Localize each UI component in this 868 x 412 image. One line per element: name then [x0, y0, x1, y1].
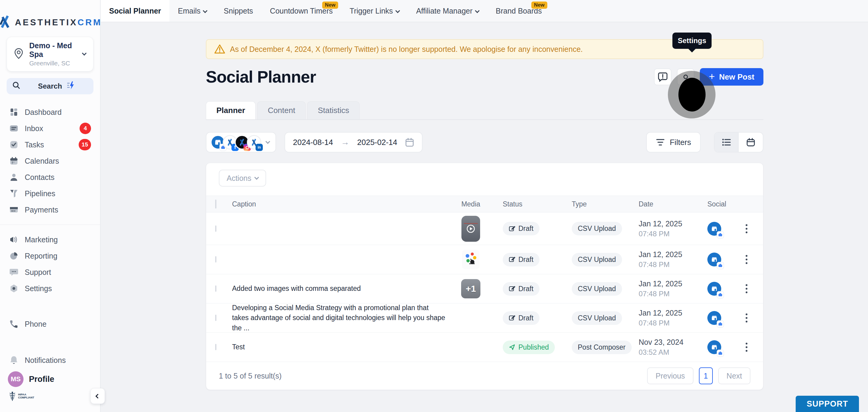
tab-bar: Planner Content Statistics: [206, 101, 764, 120]
image-thumbnail[interactable]: [462, 250, 479, 269]
date-range-picker[interactable]: 2024-08-14 → 2025-02-14: [284, 132, 423, 153]
google-badge-icon: [717, 291, 724, 298]
sidebar-phone-section: Phone: [0, 316, 100, 332]
row-checkbox[interactable]: [215, 285, 216, 292]
support-button[interactable]: SUPPORT: [796, 396, 859, 412]
select-all-checkbox[interactable]: [215, 199, 216, 209]
tasks-icon: [9, 140, 19, 150]
row-menu-button[interactable]: [743, 222, 750, 236]
phone-icon: [9, 319, 19, 329]
multi-image-thumbnail[interactable]: +1: [461, 279, 480, 298]
calendar-view-button[interactable]: [739, 133, 763, 152]
google-badge-icon: [717, 262, 724, 269]
post-caption: Developing a Social Media Strategy with …: [232, 303, 446, 333]
sidebar-item-profile[interactable]: MS Profile: [0, 368, 100, 390]
warning-icon: [214, 44, 225, 54]
tab-content[interactable]: Content: [257, 101, 306, 119]
sidebar-item-dashboard[interactable]: Dashboard: [0, 104, 100, 120]
sidebar-bottom: Notifications MS Profile HIPAACOMPLIANT: [0, 352, 100, 403]
post-date: Jan 12, 202507:48 PM: [624, 250, 691, 269]
table-footer: 1 to 5 of 5 result(s) Previous 1 Next: [206, 362, 763, 390]
row-menu-button[interactable]: [743, 253, 750, 266]
nav-affiliate-manager[interactable]: Affiliate Manager: [408, 0, 487, 22]
nav-trigger-links[interactable]: Trigger Links: [341, 0, 408, 22]
tab-planner[interactable]: Planner: [206, 101, 255, 119]
spotlight-highlight[interactable]: [678, 78, 706, 112]
location-pin-icon: [12, 47, 25, 61]
main-content: As of December 4, 2024, X (formerly Twit…: [101, 22, 868, 412]
row-checkbox[interactable]: [215, 315, 216, 321]
previous-page-button[interactable]: Previous: [647, 368, 693, 384]
sidebar-item-settings[interactable]: Settings: [0, 280, 100, 296]
row-checkbox[interactable]: [215, 225, 216, 232]
chevron-down-icon: [475, 8, 480, 13]
page-number-button[interactable]: 1: [699, 368, 713, 384]
calendar-view-icon: [746, 137, 755, 147]
row-checkbox[interactable]: [215, 256, 216, 262]
sidebar-item-inbox[interactable]: Inbox 4: [0, 120, 100, 136]
row-checkbox[interactable]: [215, 344, 216, 350]
sidebar-item-pipelines[interactable]: Pipelines: [0, 185, 100, 202]
header-caption: Caption: [232, 200, 453, 208]
settings-icon: [9, 284, 19, 293]
video-thumbnail[interactable]: [461, 216, 480, 242]
actions-dropdown[interactable]: Actions: [219, 170, 266, 187]
draft-pencil-icon: [509, 285, 516, 292]
settings-tooltip: Settings: [673, 33, 712, 49]
bell-icon: [9, 355, 19, 365]
row-menu-button[interactable]: [743, 282, 750, 296]
toolbar: f in 2024-08-14 → 2025-02-14: [206, 132, 764, 153]
nav-social-planner[interactable]: Social Planner: [101, 0, 169, 22]
date-to: 2025-02-14: [357, 138, 397, 147]
megaphone-icon: [9, 235, 19, 245]
list-view-button[interactable]: [715, 133, 739, 152]
payments-icon: [9, 205, 19, 215]
row-menu-button[interactable]: [743, 340, 750, 354]
nav-countdown-timers[interactable]: NewCountdown Timers: [261, 0, 341, 22]
hipaa-compliant-badge: HIPAACOMPLIANT: [0, 390, 100, 403]
sidebar-item-phone[interactable]: Phone: [0, 316, 100, 332]
nav-emails[interactable]: Emails: [169, 0, 215, 22]
tab-statistics[interactable]: Statistics: [307, 101, 360, 119]
status-badge: Draft: [503, 311, 539, 325]
table-row: Draft CSV Upload Jan 12, 202507:48 PM: [206, 245, 763, 274]
feedback-button[interactable]: [654, 68, 672, 85]
chat-bubble-icon: [9, 267, 19, 277]
google-business-icon: [707, 311, 721, 325]
sidebar-item-reporting[interactable]: Reporting: [0, 248, 100, 264]
search-input[interactable]: Search: [7, 78, 93, 94]
sidebar-item-notifications[interactable]: Notifications: [0, 352, 100, 368]
sidebar-item-tasks[interactable]: Tasks 15: [0, 136, 100, 153]
linkedin-badge-icon: in: [255, 144, 263, 151]
type-badge: CSV Upload: [572, 253, 622, 266]
nav-brand-boards[interactable]: NewBrand Boards: [487, 0, 550, 22]
post-date: Nov 23, 202403:52 AM: [624, 338, 691, 356]
sidebar-item-calendars[interactable]: Calendars: [0, 153, 100, 169]
sidebar-item-contacts[interactable]: Contacts: [0, 169, 100, 185]
header-type: Type: [555, 200, 624, 208]
sidebar-item-payments[interactable]: Payments: [0, 202, 100, 218]
calendar-icon: [9, 156, 19, 166]
sidebar-item-marketing[interactable]: Marketing: [0, 231, 100, 248]
location-name: Demo - Med Spa: [29, 41, 79, 59]
avatar: MS: [8, 371, 24, 387]
location-switcher[interactable]: Demo - Med Spa Greenville, SC: [7, 37, 93, 71]
status-badge: Draft: [503, 282, 539, 296]
row-menu-button[interactable]: [743, 311, 750, 325]
draft-pencil-icon: [509, 256, 516, 263]
social-accounts-selector[interactable]: f in: [206, 132, 276, 153]
sidebar-collapse-button[interactable]: [90, 388, 105, 404]
type-badge: CSV Upload: [572, 282, 622, 296]
new-post-button[interactable]: + New Post: [700, 68, 764, 86]
post-date: Jan 12, 202507:48 PM: [624, 309, 691, 327]
filters-button[interactable]: Filters: [646, 132, 701, 153]
sidebar-item-support[interactable]: Support: [0, 264, 100, 280]
page-title: Social Planner: [206, 67, 316, 87]
feedback-chat-icon: [658, 72, 668, 82]
table-row: Added two images with comma separated +1…: [206, 274, 763, 304]
google-badge-icon: [717, 320, 724, 327]
next-page-button[interactable]: Next: [718, 368, 750, 384]
table-row: Test Published Post Composer Nov 23, 202…: [206, 333, 763, 362]
table-header: Caption Media Status Type Date Social: [206, 196, 763, 213]
nav-snippets[interactable]: Snippets: [215, 0, 261, 22]
